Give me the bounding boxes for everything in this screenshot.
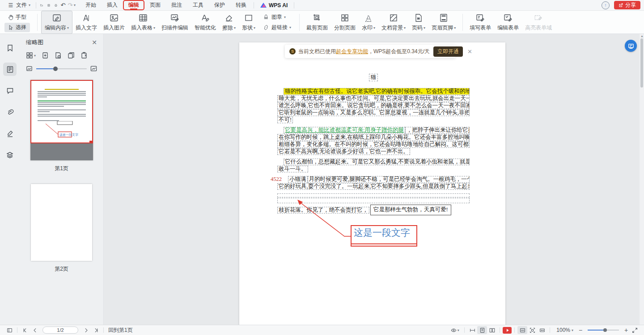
tab-0[interactable]: 开始: [80, 0, 102, 10]
layers-icon[interactable]: [3, 148, 17, 162]
back-to-first-page-button[interactable]: 回到第1页: [106, 327, 135, 334]
search-icon[interactable]: [296, 2, 303, 9]
text-line-10[interactable]: 敢斗一斗。: [277, 166, 470, 172]
floating-assistant-button[interactable]: [625, 40, 637, 52]
ribbon-button-超链接[interactable]: 超链接▾: [260, 23, 294, 32]
signature-icon[interactable]: [3, 127, 17, 140]
text-line-3[interactable]: 它听到老鼠的一点响动，又是多么尽职。它屏息凝视，一连就是几个钟头,非把老鼠等出来: [277, 109, 470, 116]
tab-7[interactable]: 转换: [230, 0, 252, 10]
extract-page-icon[interactable]: [55, 52, 62, 59]
ribbon-button-插入图片[interactable]: 插入图片: [100, 11, 128, 34]
zoom-slider-knob[interactable]: [603, 328, 607, 332]
ribbon-button-分割页面[interactable]: 分割页面: [331, 11, 359, 34]
text-segment[interactable]: 谁怎么呼唤,它也不肯回来。说它贪玩吧，的确是呀,要不怎么会一天一夜不回家呢?可是…: [277, 102, 470, 109]
redo-icon[interactable]: ↷: [67, 2, 74, 9]
chevron-down-icon[interactable]: ▾: [74, 3, 76, 7]
ribbon-button-页眉页脚[interactable]: 页眉页脚▾: [428, 11, 459, 34]
play-presentation-button[interactable]: [503, 327, 512, 334]
single-page-view-icon[interactable]: [477, 326, 487, 334]
text-segment[interactable]: 月的时候更可爱,腿脚还不稳，可是已经学会淘气。一根鸡毛，一个线团，都是: [308, 176, 470, 183]
empty-text-field[interactable]: [277, 193, 470, 197]
ribbon-button-编辑表单[interactable]: 编辑表单: [494, 11, 522, 34]
wps-ai-button[interactable]: WPS AI: [256, 2, 292, 8]
text-segment[interactable]: 小猫满: [288, 176, 308, 183]
thumbnail-icon[interactable]: [3, 63, 17, 76]
tab-6[interactable]: 保护: [209, 0, 230, 10]
text-segment[interactable]: 它要是高兴，能比谁都温柔可亲:用身子蹭你的腿: [284, 127, 405, 134]
thumbnail-size-slider[interactable]: [36, 68, 87, 69]
share-button[interactable]: 分享: [614, 1, 640, 9]
text-line-5[interactable]: 它要是高兴，能比谁都温柔可亲:用身子蹭你的腿，把脖子伸出来让你给它抓痒，或是: [284, 127, 470, 134]
copy-page-icon[interactable]: [68, 52, 75, 59]
document-page[interactable]: 猫 猫的性格实在有些古怪。说它老实吧,它的确有时候很乖。它会找个暖和的地方，成天…: [239, 42, 505, 325]
view-mode-dropdown[interactable]: ▾: [448, 326, 462, 334]
text-line-1[interactable]: 睡大觉，无忧无虑，什么事也不过问。可是,它决定要出去玩玩,就会出走一天一夜,任凭: [277, 95, 470, 102]
continuous-scroll-icon[interactable]: [467, 326, 477, 334]
text-segment[interactable]: 不可!: [277, 117, 293, 123]
text-line-11[interactable]: 4522小猫满月的时候更可爱,腿脚还不稳，可是已经学会淘气。一根鸡毛，一个线团，…: [288, 176, 470, 183]
ribbon-button-填写表单[interactable]: 填写表单: [466, 11, 494, 34]
ribbon-button-编辑内容[interactable]: 编辑内容▾: [41, 11, 72, 34]
tab-2[interactable]: 编辑: [123, 0, 144, 10]
next-page-button[interactable]: [81, 326, 91, 334]
page-thumbnail-2[interactable]: [31, 184, 92, 261]
ribbon-button-裁剪页面[interactable]: 裁剪页面: [303, 11, 331, 34]
small-thumbnail-icon[interactable]: [26, 65, 33, 72]
text-line-2[interactable]: 谁怎么呼唤,它也不肯回来。说它贪玩吧，的确是呀,要不怎么会一天一夜不回家呢?可是…: [277, 102, 470, 109]
layout-grid-icon[interactable]: ▾: [26, 52, 36, 59]
ribbon-button-文档背景[interactable]: 文档背景▾: [378, 11, 409, 34]
text-line-7[interactable]: 粗细各异，变化多端。在不叫的时候，它还会咕噜咕噜地给自己解闷。这可都凭它的高兴。: [277, 141, 470, 148]
fit-width-icon[interactable]: [537, 326, 547, 334]
ribbon-button-插入文字[interactable]: 插入文字: [72, 11, 100, 34]
text-line-14[interactable]: [277, 198, 470, 203]
activate-now-button[interactable]: 立即开通: [433, 46, 463, 57]
text-line-8[interactable]: 它若是不高兴啊,无论谁说多少好话，它也一声不出。: [277, 148, 470, 155]
text-line-9[interactable]: 它什么都怕，总想藏起来。可是它又那么勇猛,不要说见着小虫和老鼠，就是遇上蛇也: [284, 159, 470, 165]
ribbon-button-插入表格[interactable]: 插入表格▾: [128, 11, 158, 34]
cloud-upload-icon[interactable]: ↑: [602, 1, 610, 9]
vip-feature-link[interactable]: 超会专享功能: [336, 48, 368, 54]
text-segment[interactable]: 粗细各异，变化多端。在不叫的时候，它还会咕噜咕噜地给自己解闷。这可都凭它的高兴。: [277, 141, 470, 148]
ribbon-button-水印[interactable]: 水印▾: [359, 11, 378, 34]
comment-icon[interactable]: [3, 84, 17, 97]
bookmark-icon[interactable]: [3, 41, 17, 54]
tab-3[interactable]: 页面: [144, 0, 166, 10]
text-line-12[interactable]: 它的好玩具,耍个没完没了。一玩起来,它不知要摔多少跟头,但是跌倒了马上起来,再跑: [277, 183, 470, 190]
text-segment[interactable]: 它听到老鼠的一点响动，又是多么尽职。它屏息凝视，一连就是几个钟头,非把老鼠等出来: [277, 109, 470, 116]
close-icon[interactable]: ✕: [92, 39, 97, 46]
zoom-in-button[interactable]: +: [623, 327, 630, 334]
file-menu[interactable]: ☰ 文件 ▾: [4, 0, 34, 11]
scroll-up-arrow[interactable]: ▲: [640, 34, 644, 38]
zoom-level-dropdown[interactable]: 100% ▾: [556, 327, 573, 333]
text-line-0[interactable]: 猫的性格实在有些古怪。说它老实吧,它的确有时候很乖。它会找个暖和的地方，成天: [284, 88, 470, 95]
annotation-text-box[interactable]: 这是一段文字: [351, 225, 417, 247]
select-tool-button[interactable]: 选择: [4, 23, 30, 32]
text-segment[interactable]: 它若是不高兴啊,无论谁说多少好话，它也一声不出。: [277, 148, 410, 155]
text-line-4[interactable]: 不可!: [277, 117, 470, 123]
document-title[interactable]: 猫: [277, 74, 470, 81]
text-segment[interactable]: 在你写作的时候，跳上桌来,在稿纸上踩印几朵小梅花。它还会丰富多腔地叫唤,长短不同…: [277, 134, 470, 141]
print-icon[interactable]: [52, 2, 59, 9]
ribbon-button-图章[interactable]: 图章▾: [260, 13, 294, 22]
prev-page-button[interactable]: [30, 326, 40, 334]
paste-page-icon[interactable]: [80, 52, 88, 59]
large-thumbnail-icon[interactable]: [90, 65, 97, 72]
fit-page-icon[interactable]: [527, 326, 537, 334]
tab-5[interactable]: 工具: [187, 0, 209, 10]
tab-1[interactable]: 插入: [102, 0, 123, 10]
viewport-resize-handle[interactable]: [89, 141, 92, 143]
text-segment[interactable]: 枝折花落。你见了，绝不会责打它，: [277, 207, 369, 214]
hand-tool-button[interactable]: 手型: [4, 13, 30, 22]
text-line-13[interactable]: [277, 193, 470, 197]
annotation-text[interactable]: 这是一段文字: [354, 226, 410, 239]
ribbon-button-形状[interactable]: 形状▾: [239, 11, 258, 34]
last-page-button[interactable]: [91, 326, 101, 334]
text-segment[interactable]: 敢斗一斗。: [277, 166, 308, 172]
text-segment[interactable]: ，把脖子伸出来让你给它抓痒，或是: [405, 127, 470, 134]
ribbon-button-智能优化[interactable]: 智能优化: [191, 11, 219, 34]
text-line-15[interactable]: 枝折花落。你见了，绝不会责打它，它是那样生气勃勃，天真可爱!: [277, 207, 470, 214]
text-line-6[interactable]: 在你写作的时候，跳上桌来,在稿纸上踩印几朵小梅花。它还会丰富多腔地叫唤,长短不同…: [277, 134, 470, 141]
text-segment[interactable]: 它的好玩具,耍个没完没了。一玩起来,它不知要摔多少跟头,但是跌倒了马上起来,再跑: [277, 183, 470, 190]
reading-mode-icon[interactable]: [517, 326, 527, 334]
vertical-scrollbar[interactable]: ▲: [640, 34, 644, 325]
